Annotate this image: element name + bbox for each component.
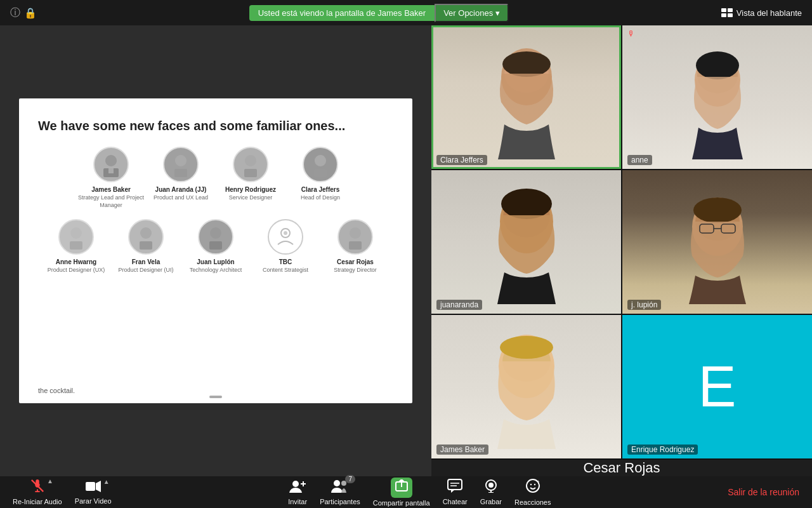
james-avatar — [98, 152, 124, 177]
person-name: James Baker — [91, 186, 131, 193]
person-role: Product Designer (UX) — [48, 267, 105, 274]
svg-point-49 — [334, 480, 340, 486]
grid-view-icon — [721, 8, 733, 17]
people-row-2: Anne Hwarng Product Designer (UX) Fran V… — [38, 219, 393, 274]
video-grid: Clara Jeffers 🎙 anne — [431, 25, 812, 476]
video-cell-james: James Baker — [431, 315, 621, 458]
svg-point-28 — [696, 51, 739, 79]
slide-title: We have some new faces and some familiar… — [38, 117, 393, 134]
svg-point-34 — [693, 197, 742, 223]
video-cell-clara: Clara Jeffers — [431, 25, 621, 169]
svg-rect-44 — [86, 482, 95, 491]
toolbar-left-group: ▲ Re-Iniciar Audio ▲ Parar Video — [13, 479, 112, 505]
toolbar: ▲ Re-Iniciar Audio ▲ Parar Video — [0, 476, 812, 508]
person-role: Content Strategist — [263, 267, 308, 274]
svg-rect-2 — [721, 13, 726, 17]
leave-button[interactable]: Salir de la reunión — [728, 487, 799, 497]
person-cesar: Cesar Rojas Strategy Director — [320, 219, 390, 274]
svg-rect-1 — [728, 8, 733, 12]
person-role: Product Designer (UI) — [118, 267, 173, 274]
svg-rect-16 — [140, 241, 152, 250]
svg-point-63 — [534, 484, 535, 485]
muted-icon-anne: 🎙 — [627, 29, 635, 38]
audio-button[interactable]: ▲ Re-Iniciar Audio — [13, 479, 62, 505]
share-icon — [391, 478, 412, 498]
video-icon: ▲ — [86, 479, 101, 496]
person-name: Clara Jeffers — [301, 186, 340, 193]
svg-rect-10 — [244, 169, 257, 177]
record-button[interactable]: Grabar — [480, 479, 502, 505]
toolbar-center-group: Invitar 7 Participantes — [288, 478, 551, 507]
screenshare-area: We have some new faces and some familiar… — [0, 25, 431, 476]
svg-point-4 — [105, 155, 117, 166]
video-cell-enrique: E Enrique Rodriguez — [622, 315, 812, 458]
svg-rect-53 — [448, 479, 462, 490]
svg-rect-14 — [70, 241, 82, 250]
svg-point-9 — [245, 155, 256, 166]
svg-point-17 — [210, 227, 221, 239]
participants-button[interactable]: 7 Participantes — [320, 479, 360, 505]
person-henry: Henry Rodriguez Service Designer — [216, 147, 285, 209]
person-role: Strategy Lead and Project Manager — [76, 194, 146, 209]
person-name: Cesar Rojas — [337, 258, 374, 265]
slide-footer: the cocktail. — [38, 387, 75, 394]
anne-avatar — [63, 224, 89, 250]
topbar-left: ⓘ 🔒 — [10, 6, 37, 20]
video-label-enrique: Enrique Rodriguez — [627, 444, 698, 455]
svg-point-7 — [175, 155, 187, 166]
svg-point-58 — [488, 483, 494, 488]
person-tbc: TBC Content Strategist — [251, 219, 320, 274]
svg-text:+: + — [537, 479, 540, 485]
person-name: Anne Hwarng — [56, 258, 96, 265]
clara-avatar — [308, 152, 333, 177]
topbar-right: Vista del hablante — [721, 8, 802, 18]
svg-rect-6 — [108, 168, 114, 173]
svg-point-20 — [284, 231, 287, 235]
person-role: Head of Design — [301, 194, 340, 202]
invite-icon — [289, 479, 306, 497]
chat-icon — [447, 479, 462, 497]
share-button[interactable]: Compartir pantalla — [373, 478, 430, 507]
svg-point-11 — [315, 155, 326, 166]
svg-marker-54 — [451, 490, 455, 493]
tbc-avatar — [274, 225, 297, 248]
person-fran: Fran Vela Product Designer (UI) — [111, 219, 181, 274]
luplon-avatar — [203, 224, 228, 250]
henry-avatar — [238, 152, 263, 177]
video-label-clara: Clara Jeffers — [436, 155, 487, 165]
person-name: Henry Rodriguez — [225, 186, 276, 193]
fran-avatar — [133, 224, 159, 250]
slide-scrollbar[interactable] — [209, 396, 222, 398]
video-cell-lupion: j. lupión — [622, 170, 812, 314]
lupion-video-silhouette — [654, 177, 781, 304]
video-label-juana: juanaranda — [436, 300, 482, 310]
svg-rect-22 — [349, 241, 362, 250]
svg-point-62 — [530, 484, 532, 485]
invite-button[interactable]: Invitar — [288, 479, 307, 505]
video-cell-cesar: Cesar Rojas — [431, 460, 812, 476]
reactions-icon: + — [525, 478, 540, 497]
svg-rect-18 — [209, 241, 222, 250]
svg-marker-45 — [96, 481, 101, 492]
reactions-button[interactable]: + Reacciones — [514, 478, 551, 506]
person-role: Product and UX Lead — [154, 194, 208, 202]
person-james-baker: James Baker Strategy Lead and Project Ma… — [76, 147, 146, 209]
person-name: Juan Luplón — [197, 258, 234, 265]
cesar-avatar — [343, 224, 368, 250]
juana-video-silhouette — [463, 171, 590, 304]
topbar-center: Usted está viendo la pantalla de James B… — [249, 4, 509, 22]
video-button[interactable]: ▲ Parar Video — [75, 479, 112, 505]
person-clara-jeffers: Clara Jeffers Head of Design — [285, 147, 355, 209]
person-juan-aranda: Juan Aranda (JJ) Product and UX Lead — [146, 147, 216, 209]
ver-opciones-button[interactable]: Ver Opciones ▾ — [435, 4, 509, 22]
svg-rect-12 — [314, 169, 327, 177]
svg-point-21 — [350, 227, 361, 239]
video-label-lupion: j. lupión — [627, 300, 661, 310]
vista-hablante-button[interactable]: Vista del hablante — [721, 8, 802, 18]
chat-button[interactable]: Chatear — [443, 479, 468, 505]
cesar-name-placeholder: Cesar Rojas — [583, 460, 660, 476]
juan-avatar — [168, 152, 193, 177]
audio-icon: ▲ — [30, 479, 44, 497]
svg-point-46 — [292, 481, 299, 487]
people-row-1: James Baker Strategy Lead and Project Ma… — [38, 147, 393, 209]
